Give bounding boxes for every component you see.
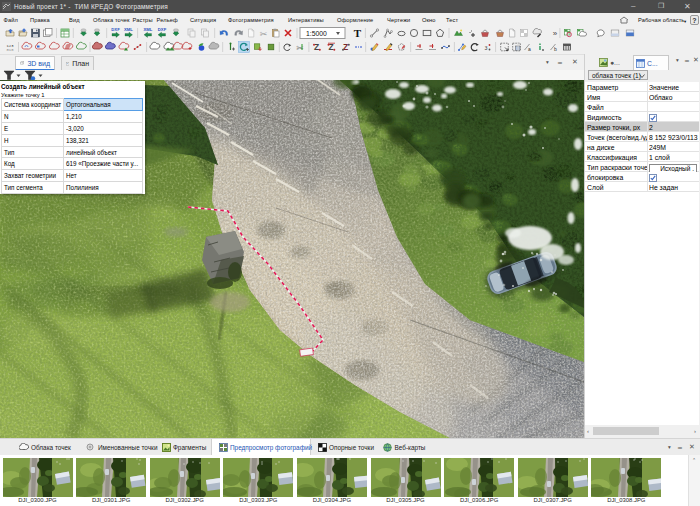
svg-text:a: a: [528, 46, 531, 52]
svg-text:✂: ✂: [296, 43, 304, 53]
svg-text:b: b: [554, 46, 557, 52]
svg-text:з: з: [485, 44, 488, 51]
svg-text:XML: XML: [144, 27, 153, 32]
svg-text:DXF: DXF: [158, 27, 167, 32]
svg-text:1:5000: 1:5000: [306, 30, 327, 37]
svg-text:✂: ✂: [260, 29, 268, 39]
svg-text:010: 010: [7, 48, 15, 52]
svg-text:T: T: [354, 27, 362, 39]
svg-text:»: »: [553, 29, 558, 38]
svg-text:Z: Z: [314, 42, 319, 52]
svg-text:DXF: DXF: [111, 27, 120, 32]
svg-text:XML: XML: [124, 27, 133, 32]
